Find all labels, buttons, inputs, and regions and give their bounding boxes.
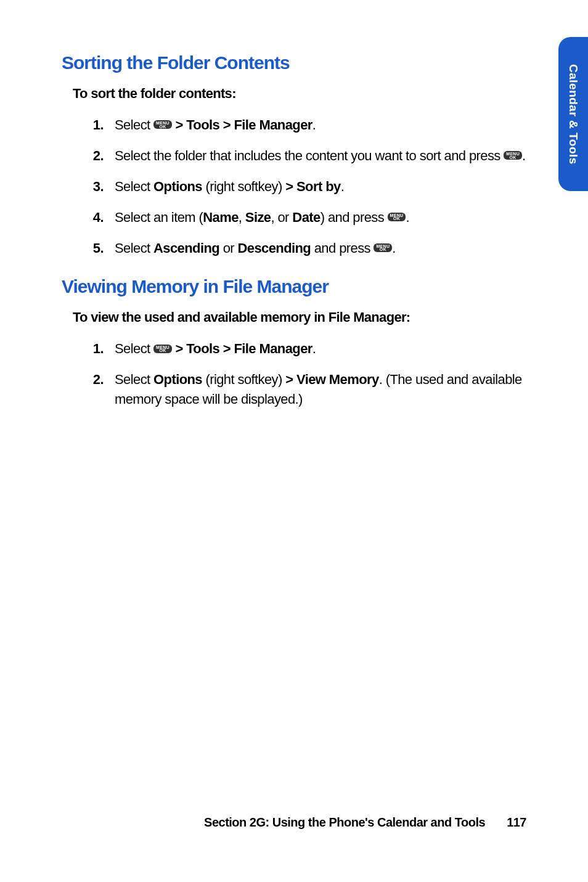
text-bold: Date	[292, 210, 320, 225]
text: .	[312, 341, 316, 356]
menu-ok-icon: MENUOK	[153, 345, 172, 353]
text: Select	[115, 117, 153, 133]
side-tab: Calendar & Tools	[558, 37, 588, 191]
text: Select	[115, 179, 153, 194]
list-item: Select the folder that includes the cont…	[106, 146, 526, 166]
text: .	[392, 240, 396, 256]
text-bold: Descending	[238, 240, 311, 256]
text: ) and press	[321, 210, 388, 225]
text: or	[219, 240, 237, 256]
text: Select an item (	[115, 210, 203, 225]
text-bold: > Tools > File Manager	[172, 341, 312, 356]
text-bold: > Sort by	[285, 179, 340, 194]
text: (right softkey)	[202, 179, 285, 194]
footer: Section 2G: Using the Phone's Calendar a…	[204, 815, 526, 830]
text: (right softkey)	[202, 372, 285, 387]
list-item: Select MENUOK > Tools > File Manager.	[106, 115, 526, 135]
text: Select	[115, 341, 153, 356]
menu-ok-icon: MENUOK	[153, 120, 172, 129]
menu-ok-icon: MENUOK	[374, 243, 392, 252]
text: Select the folder that includes the cont…	[115, 148, 504, 163]
text-bold: Name	[203, 210, 239, 225]
subhead-sorting: To sort the folder contents:	[73, 86, 526, 102]
side-tab-label: Calendar & Tools	[566, 64, 580, 165]
text-bold: Options	[153, 372, 202, 387]
menu-ok-icon: MENUOK	[504, 151, 522, 160]
text-bold: Options	[153, 179, 202, 194]
text: Select	[115, 372, 153, 387]
text-bold: Size	[245, 210, 271, 225]
text: .	[406, 210, 409, 225]
text: , or	[271, 210, 292, 225]
menu-ok-icon: MENUOK	[388, 213, 406, 221]
steps-memory: Select MENUOK > Tools > File Manager. Se…	[62, 339, 526, 409]
subhead-memory: To view the used and available memory in…	[73, 309, 526, 325]
text: .	[522, 148, 526, 163]
heading-sorting: Sorting the Folder Contents	[62, 52, 526, 73]
steps-sorting: Select MENUOK > Tools > File Manager. Se…	[62, 115, 526, 258]
text: ,	[239, 210, 245, 225]
list-item: Select Ascending or Descending and press…	[106, 239, 526, 258]
text-bold: Ascending	[153, 240, 219, 256]
heading-memory: Viewing Memory in File Manager	[62, 276, 526, 297]
text: Select	[115, 240, 153, 256]
footer-text: Section 2G: Using the Phone's Calendar a…	[204, 815, 485, 829]
text: .	[341, 179, 345, 194]
list-item: Select an item (Name, Size, or Date) and…	[106, 208, 526, 227]
list-item: Select Options (right softkey) > View Me…	[106, 370, 526, 409]
text: .	[312, 117, 316, 133]
list-item: Select MENUOK > Tools > File Manager.	[106, 339, 526, 359]
page-number: 117	[507, 815, 526, 829]
text-bold: > Tools > File Manager	[172, 117, 312, 133]
text: and press	[311, 240, 374, 256]
text-bold: > View Memory	[285, 372, 378, 387]
list-item: Select Options (right softkey) > Sort by…	[106, 177, 526, 197]
